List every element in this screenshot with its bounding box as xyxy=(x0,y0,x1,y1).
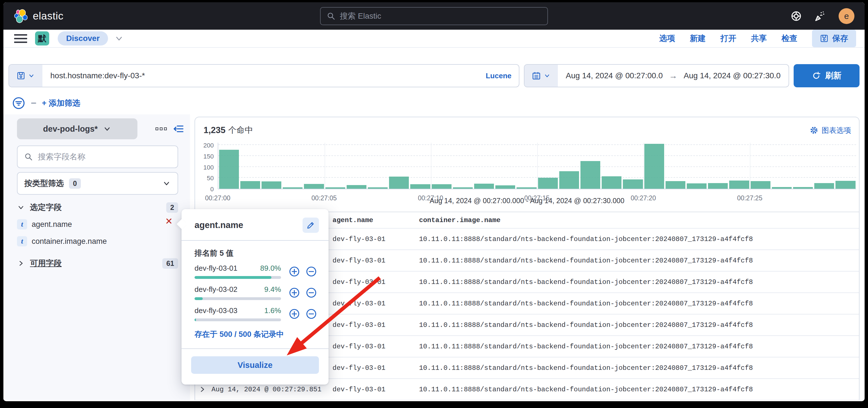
x-tick-label: 00:27:15 xyxy=(524,194,550,202)
histogram-bar[interactable] xyxy=(687,183,707,189)
screenshot-stage: elastic 搜索 Elastic xyxy=(0,0,868,408)
selected-fields-header[interactable]: 选定字段 2 xyxy=(17,202,178,213)
top-value-bar xyxy=(194,276,281,279)
query-language[interactable]: Lucene xyxy=(478,71,519,80)
histogram-bar[interactable] xyxy=(602,176,621,189)
histogram-bar[interactable] xyxy=(814,183,834,189)
field-name: container.image.name xyxy=(32,237,107,246)
records-link[interactable]: 存在于 500 / 500 条记录中 xyxy=(194,329,284,339)
news-popper-icon[interactable] xyxy=(814,10,826,22)
y-tick-label: 150 xyxy=(203,153,214,160)
user-avatar[interactable]: e xyxy=(839,8,855,24)
field-item-container.image.name[interactable]: tcontainer.image.name xyxy=(17,235,178,248)
field-search-input[interactable]: 搜索字段名称 xyxy=(17,145,178,168)
filter-out-value-icon[interactable] xyxy=(305,287,317,299)
nav-link-0[interactable]: 选项 xyxy=(659,33,675,44)
histogram-bar[interactable] xyxy=(304,184,324,189)
histogram-bar[interactable] xyxy=(474,184,494,189)
query-input[interactable]: host.hostname:dev-fly-03-* Lucene xyxy=(8,64,519,87)
histogram-bar[interactable] xyxy=(495,185,515,189)
histogram-bar[interactable] xyxy=(432,184,452,189)
chevron-down-icon xyxy=(103,125,112,133)
histogram-bar[interactable] xyxy=(729,180,749,189)
histogram-bar[interactable] xyxy=(708,183,728,189)
query-text[interactable]: host.hostname:dev-fly-03-* xyxy=(42,71,478,80)
histogram-bar[interactable] xyxy=(347,185,366,189)
chevron-down-icon[interactable] xyxy=(114,34,124,43)
cell-agent: dev-fly-03-01 xyxy=(333,321,419,329)
field-item-agent.name[interactable]: tagent.name xyxy=(17,218,178,231)
filter-out-value-icon[interactable] xyxy=(305,266,317,277)
filter-for-value-icon[interactable] xyxy=(288,287,300,299)
filter-by-type-select[interactable]: 按类型筛选 0 xyxy=(17,172,178,195)
nav-link-4[interactable]: 检查 xyxy=(781,33,797,44)
histogram-bar[interactable] xyxy=(389,177,409,189)
cell-agent: dev-fly-03-01 xyxy=(333,300,419,307)
cell-agent: dev-fly-03-01 xyxy=(333,235,419,243)
elastic-logo[interactable]: elastic xyxy=(13,9,63,24)
hits-count: 1,235 xyxy=(204,125,226,135)
date-from[interactable]: Aug 14, 2024 @ 00:27:00.0 xyxy=(566,71,663,80)
plot-area[interactable] xyxy=(218,143,856,189)
filter-by-type-count: 0 xyxy=(69,178,81,189)
help-icon[interactable] xyxy=(790,10,802,22)
y-tick-label: 100 xyxy=(203,164,214,171)
refresh-button[interactable]: 刷新 xyxy=(794,64,860,87)
histogram-bar[interactable] xyxy=(836,181,855,189)
filter-out-value-icon[interactable] xyxy=(305,308,317,320)
histogram-bar[interactable] xyxy=(559,171,579,189)
histogram-bar[interactable] xyxy=(538,178,558,189)
cell-agent: dev-fly-03-01 xyxy=(333,386,419,393)
histogram-bar[interactable] xyxy=(644,144,664,189)
y-tick-label: 50 xyxy=(207,175,214,182)
add-filter-button[interactable]: + 添加筛选 xyxy=(42,98,80,108)
hits-histogram[interactable]: 050100150200 xyxy=(195,143,856,189)
histogram-bar[interactable] xyxy=(261,181,281,189)
histogram-bar[interactable] xyxy=(623,179,643,189)
histogram-bar[interactable] xyxy=(772,187,792,189)
histogram-bar[interactable] xyxy=(326,187,345,189)
histogram-bar[interactable] xyxy=(665,181,685,189)
histogram-bar[interactable] xyxy=(410,184,430,189)
global-header: elastic 搜索 Elastic xyxy=(3,2,865,30)
date-to[interactable]: Aug 14, 2024 @ 00:27:30.0 xyxy=(684,71,781,80)
available-fields-header[interactable]: 可用字段 61 xyxy=(17,258,178,269)
histogram-bar[interactable] xyxy=(793,187,813,189)
global-search-input[interactable]: 搜索 Elastic xyxy=(320,7,548,25)
filter-for-value-icon[interactable] xyxy=(288,266,300,277)
field-settings-icon[interactable] xyxy=(155,128,167,130)
saved-query-menu[interactable] xyxy=(9,65,42,87)
cell-container: 10.11.0.11:8888/standard/nts-backend-fou… xyxy=(419,257,859,265)
histogram-bar[interactable] xyxy=(751,181,771,189)
filter-icon[interactable] xyxy=(12,96,26,110)
expand-row-icon[interactable] xyxy=(198,386,212,393)
save-button[interactable]: 保存 xyxy=(812,30,856,47)
space-badge[interactable]: 默 xyxy=(35,31,49,45)
chevron-down-icon xyxy=(544,72,551,79)
collapse-sidebar-icon[interactable] xyxy=(173,123,184,135)
selected-fields-count: 2 xyxy=(166,202,178,213)
cell-time: Aug 14, 2024 @ 00:27:29.851 xyxy=(212,386,333,393)
histogram-bar[interactable] xyxy=(453,187,473,189)
chevron-down-icon xyxy=(162,179,171,188)
histogram-bar[interactable] xyxy=(368,187,388,189)
histogram-bar[interactable] xyxy=(219,150,239,189)
cell-container: 10.11.0.11:8888/standard/nts-backend-fou… xyxy=(419,364,859,372)
filter-for-value-icon[interactable] xyxy=(288,308,300,320)
breadcrumb[interactable]: Discover xyxy=(58,31,108,45)
top-value-percent: 89.0% xyxy=(260,264,281,273)
menu-icon[interactable] xyxy=(14,34,27,43)
date-picker[interactable]: Aug 14, 2024 @ 00:27:00.0 → Aug 14, 2024… xyxy=(524,64,789,87)
edit-field-button[interactable] xyxy=(303,217,319,233)
date-quick-menu[interactable] xyxy=(525,65,558,87)
histogram-bar[interactable] xyxy=(517,187,536,189)
visualize-button[interactable]: Visualize xyxy=(191,356,319,374)
histogram-bar[interactable] xyxy=(283,187,303,189)
nav-link-3[interactable]: 共享 xyxy=(751,33,767,44)
histogram-bar[interactable] xyxy=(240,181,260,189)
histogram-bar[interactable] xyxy=(581,161,600,189)
chart-options-button[interactable]: 图表选项 xyxy=(810,126,851,135)
nav-link-1[interactable]: 新建 xyxy=(690,33,706,44)
nav-link-2[interactable]: 打开 xyxy=(720,33,736,44)
index-pattern-select[interactable]: dev-pod-logs* xyxy=(17,118,137,139)
